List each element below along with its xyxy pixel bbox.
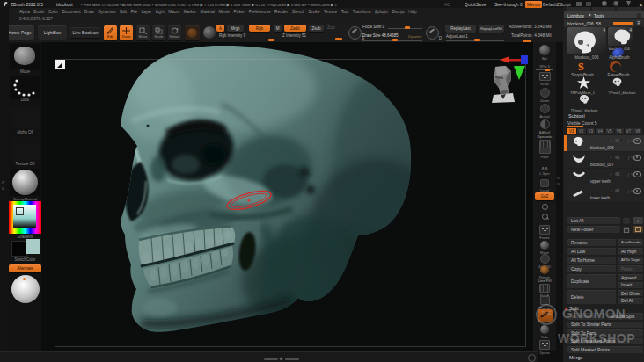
split-masked-button[interactable]: Split Masked Points xyxy=(567,346,643,353)
menu-item[interactable]: Render xyxy=(274,10,288,14)
menu-item[interactable]: Edit xyxy=(120,10,127,14)
right-tray-divider[interactable]: ᐱ ᐯ xyxy=(556,42,563,351)
zsub-button[interactable]: Zsub xyxy=(309,25,324,32)
del-other-button[interactable]: Del Other xyxy=(618,290,643,296)
header-mini-box[interactable] xyxy=(637,13,641,18)
menu-item[interactable]: Preferences xyxy=(249,10,271,14)
ghost-button[interactable] xyxy=(533,309,556,322)
replay-last-rel-button[interactable]: ReplayLastRel xyxy=(479,25,504,33)
mrgb-button[interactable]: Mrgb xyxy=(227,25,244,32)
all-low-button[interactable]: All Low xyxy=(567,248,616,255)
visible-count-slider[interactable]: Visible Count 5 xyxy=(567,120,597,126)
subtool-tab[interactable]: V6 xyxy=(615,128,625,134)
subtool-section-title[interactable]: Subtool xyxy=(568,113,585,119)
brush-pref-icon[interactable] xyxy=(602,1,607,6)
subtool-tab[interactable]: V7 xyxy=(625,128,634,134)
zadd-button[interactable]: Zadd xyxy=(284,25,306,32)
adjust-last-nub[interactable] xyxy=(474,39,480,41)
menu-item[interactable]: Picker xyxy=(233,10,245,14)
alpha-thumbnail[interactable] xyxy=(10,106,40,129)
focal-shift-nub[interactable] xyxy=(405,26,410,29)
add-subtool-button[interactable]: + xyxy=(633,217,643,224)
actual-button[interactable]: Actual xyxy=(533,104,556,119)
split-unmasked-button[interactable]: Split Unmasked Points xyxy=(567,338,643,345)
home-page-button[interactable]: Home Page xyxy=(5,25,34,40)
tool-name-slider[interactable]: blockout_006. 58 R xyxy=(564,19,644,27)
split-similar-button[interactable]: Split To Similar Parts xyxy=(567,322,643,329)
menu-item[interactable]: Movie xyxy=(219,10,230,14)
local-button[interactable]: Local xyxy=(533,179,556,192)
menu-item[interactable]: Stroke xyxy=(308,10,319,14)
alpha-preview[interactable] xyxy=(203,26,216,39)
tool-thumbnail[interactable]: 4 xyxy=(608,27,633,46)
dock-left-icon[interactable] xyxy=(576,2,582,6)
subtool-row[interactable]: ✓|✎ lower teeth xyxy=(564,185,644,201)
subtool-tab[interactable]: V5 xyxy=(605,128,615,134)
duplicate-button[interactable]: Duplicate xyxy=(567,274,616,288)
menu-item[interactable]: Stencil xyxy=(292,10,304,14)
menu-item[interactable]: Light xyxy=(156,10,165,14)
magnify-icon[interactable] xyxy=(533,214,556,220)
z-intensity-nub[interactable] xyxy=(335,38,342,40)
menu-item[interactable]: Document xyxy=(62,10,81,14)
brush-preview[interactable] xyxy=(185,25,200,40)
quicksave-button[interactable]: QuickSave xyxy=(465,2,486,7)
subtool-tab[interactable]: V2 xyxy=(577,128,587,134)
draw-size-slider[interactable]: Draw Size 48.64685 xyxy=(362,33,399,38)
folder-icon-button[interactable] xyxy=(623,227,630,233)
m-button[interactable]: M xyxy=(274,25,282,32)
texture-thumbnail[interactable] xyxy=(10,137,40,161)
rotate3d-button[interactable]: Rotate xyxy=(533,265,556,279)
delete-button[interactable]: Delete xyxy=(567,290,616,304)
all-to-target-button[interactable]: All To Target xyxy=(618,257,643,264)
autoreorder-button[interactable]: AutoReorder xyxy=(618,239,643,246)
append-button[interactable]: Append xyxy=(618,274,643,280)
edit-button[interactable]: Edit xyxy=(104,25,117,40)
tmpolymesh-thumbnail[interactable] xyxy=(577,76,590,90)
current-stroke-thumbnail[interactable] xyxy=(10,76,40,99)
alternate-button[interactable]: Alternate xyxy=(9,264,41,272)
h-scrollbar-left[interactable] xyxy=(264,358,278,360)
rotate-button[interactable]: Rotate xyxy=(168,25,181,40)
del-all-button[interactable]: Del All xyxy=(618,298,643,304)
live-boolean-button[interactable]: Live Boolean xyxy=(70,27,100,38)
tool-r-button[interactable]: R xyxy=(635,20,642,26)
floor-button[interactable]: Floor xyxy=(533,148,556,159)
lsym-button[interactable]: ʌ,ʌL.Sym xyxy=(533,165,556,176)
move3d-button[interactable]: Move xyxy=(533,241,556,255)
current-brush-thumbnail[interactable] xyxy=(10,44,40,69)
adjust-last-slider[interactable]: AdjustLast 1 xyxy=(446,34,468,39)
replay-last-button[interactable]: ReplayLast xyxy=(445,25,476,33)
menu-item[interactable]: Material xyxy=(201,10,215,14)
menu-item[interactable]: Macro xyxy=(168,10,179,14)
subtool-tab[interactable]: V3 xyxy=(587,128,596,134)
tpose-thumbnail[interactable] xyxy=(611,76,624,90)
menu-item[interactable]: Transform xyxy=(353,10,371,14)
lightbox-tools-header[interactable]: Lightbox Tools xyxy=(564,11,644,18)
depth-dial[interactable]: D xyxy=(426,26,439,40)
menus-button[interactable]: Menus xyxy=(525,1,542,8)
menu-item[interactable]: Help xyxy=(408,10,416,14)
a-button[interactable]: A xyxy=(216,25,224,32)
solo-button[interactable]: Solo xyxy=(533,325,556,339)
tool-pref-icon[interactable] xyxy=(613,1,618,6)
transp-button[interactable]: Transp xyxy=(533,296,556,310)
menu-item[interactable]: Brush xyxy=(33,10,44,14)
subtool-row[interactable]: ✓|✎ blockout_007 xyxy=(564,152,644,168)
insert-button[interactable]: Insert xyxy=(618,282,643,288)
subtool-tab[interactable]: V8 xyxy=(633,128,643,134)
folder-add-button[interactable] xyxy=(633,226,643,233)
focal-shift-slider[interactable]: Focal Shift 0 xyxy=(362,25,384,29)
material-thumbnail[interactable] xyxy=(10,169,40,196)
groups-split-button[interactable]: Groups Split xyxy=(607,313,643,320)
split-to-parts-button[interactable]: Split To Parts xyxy=(567,329,643,337)
rgb-intensity-slider[interactable]: Rgb Intensity 9 xyxy=(219,33,245,38)
move-button[interactable]: Move xyxy=(136,25,150,40)
split-hidden-button[interactable]: Split Hidden xyxy=(567,313,605,320)
rgb-intensity-nub[interactable] xyxy=(268,39,274,41)
spix-slider[interactable]: SPix 3 xyxy=(533,64,556,70)
rgb-button[interactable]: Rgb xyxy=(249,25,270,32)
aahalf-button[interactable]: AAHalf xyxy=(533,119,556,134)
menu-item[interactable]: Texture xyxy=(324,10,337,14)
new-folder-button[interactable]: New Folder xyxy=(567,226,620,233)
